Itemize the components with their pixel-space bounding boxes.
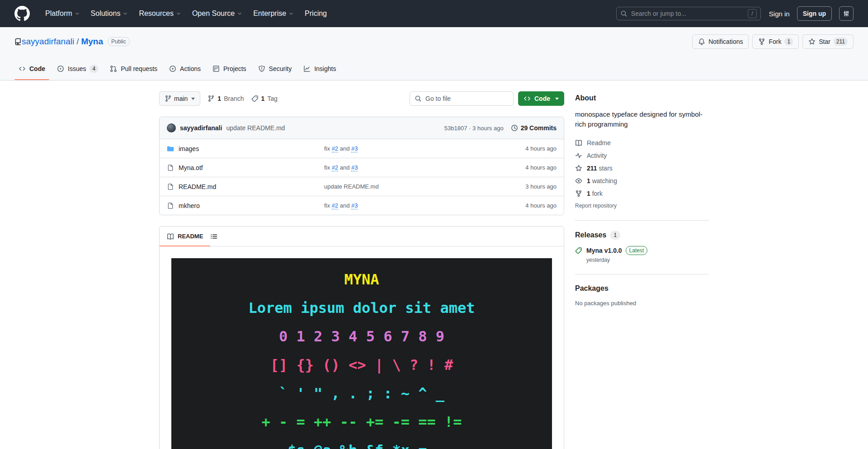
tags-count: 1	[261, 95, 265, 102]
about-meta-watching[interactable]: 1 watching	[575, 175, 709, 187]
tab-code[interactable]: Code	[14, 57, 49, 80]
star-button[interactable]: Star211	[802, 34, 854, 49]
nav-open-source[interactable]: Open Source	[187, 9, 248, 18]
tag-icon	[575, 247, 582, 254]
issue-link[interactable]: #2	[332, 145, 338, 152]
tab-pull-requests[interactable]: Pull requests	[106, 57, 161, 80]
chevron-down-icon	[176, 11, 181, 16]
branches-link[interactable]: 1 Branch	[208, 95, 244, 102]
table-row[interactable]: images fix #2 and #3 4 hours ago	[160, 139, 564, 158]
release-item[interactable]: Myna v1.0.0 Latest yesterday	[575, 246, 709, 263]
breadcrumb-repo-link[interactable]: Myna	[81, 37, 103, 46]
commit-message: fix #2 and #3	[324, 202, 498, 209]
commit-history-link[interactable]: 29 Commits	[511, 124, 557, 132]
star-icon	[575, 165, 582, 172]
commit-author-link[interactable]: sayyadirfanali	[180, 124, 222, 132]
tags-label: Tag	[267, 95, 278, 102]
main-container: main 1 Branch 1 Tag Go to file	[159, 80, 709, 449]
issue-link[interactable]: #2	[332, 164, 338, 171]
branches-label: Branch	[224, 95, 244, 102]
tab-insights[interactable]: Insights	[299, 57, 340, 80]
nav-pricing[interactable]: Pricing	[299, 9, 332, 18]
releases-count-badge: 1	[610, 231, 620, 240]
tab-label: Issues	[68, 65, 86, 72]
repo-tabs: CodeIssues4Pull requestsActionsProjectsS…	[14, 57, 854, 80]
file-name-link[interactable]: README.md	[179, 183, 216, 190]
nav-enterprise[interactable]: Enterprise	[248, 9, 299, 18]
file-rows: images fix #2 and #3 4 hours ago Myna.ot…	[160, 139, 564, 215]
about-meta-activity[interactable]: Activity	[575, 149, 709, 162]
issue-link[interactable]: #3	[351, 145, 358, 152]
hero-line: $s @a %b &f *x =~	[171, 436, 552, 449]
nav-label: Solutions	[91, 9, 121, 18]
search-input[interactable]: Search or jump to... /	[616, 7, 761, 20]
git-branch-icon	[165, 95, 172, 102]
branch-selector-button[interactable]: main	[159, 91, 200, 106]
tab-security[interactable]: Security	[254, 57, 296, 80]
commit-age: 4 hours ago	[498, 145, 557, 152]
nav-solutions[interactable]: Solutions	[85, 9, 134, 18]
table-row[interactable]: README.md update README.md 3 hours ago	[160, 177, 564, 196]
about-meta-list: ReadmeActivity211 stars1 watching1 fork	[575, 137, 709, 200]
releases-section: Releases 1 Myna v1.0.0 Latest yesterday	[575, 220, 709, 263]
repo-header: sayyadirfanali/Myna Public Notifications…	[0, 27, 868, 80]
file-name-link[interactable]: mkhero	[179, 202, 200, 209]
packages-empty-text: No packages published	[575, 300, 709, 307]
about-meta-readme[interactable]: Readme	[575, 137, 709, 149]
appearance-settings-button[interactable]	[839, 6, 854, 21]
hero-line: [] {} () <> | \ ? ! #	[171, 351, 552, 379]
tab-readme[interactable]: README	[160, 227, 210, 246]
code-button-label: Code	[534, 95, 550, 102]
chevron-down-icon	[555, 98, 559, 100]
notifications-button[interactable]: Notifications	[692, 34, 749, 49]
sign-in-link[interactable]: Sign in	[769, 10, 790, 18]
about-heading: About	[575, 94, 709, 102]
issue-link[interactable]: #3	[351, 164, 358, 171]
nav-label: Resources	[139, 9, 173, 18]
code-dropdown-button[interactable]: Code	[518, 91, 564, 106]
commit-message-link[interactable]: update README.md	[226, 124, 285, 132]
sign-up-button[interactable]: Sign up	[797, 6, 832, 21]
tags-link[interactable]: 1 Tag	[251, 95, 278, 102]
search-icon	[415, 95, 422, 102]
site-header: PlatformSolutionsResourcesOpen SourceEnt…	[0, 0, 868, 27]
chevron-down-icon	[75, 11, 80, 16]
release-name[interactable]: Myna v1.0.0	[586, 247, 622, 254]
fork-button[interactable]: Fork1	[752, 34, 799, 49]
releases-title[interactable]: Releases	[575, 231, 606, 239]
github-logo-icon[interactable]	[14, 6, 30, 21]
issue-link[interactable]: #2	[332, 202, 338, 209]
file-icon	[167, 202, 174, 209]
about-meta-fork[interactable]: 1 fork	[575, 187, 709, 200]
table-row[interactable]: mkhero fix #2 and #3 4 hours ago	[160, 196, 564, 215]
releases-heading: Releases 1	[575, 231, 709, 240]
nav-resources[interactable]: Resources	[133, 9, 186, 18]
tab-actions[interactable]: Actions	[165, 57, 205, 80]
go-to-file-input[interactable]: Go to file	[410, 91, 514, 106]
code-icon	[19, 65, 26, 72]
count-badge: 4	[90, 65, 98, 73]
visibility-badge: Public	[108, 37, 130, 46]
nav-platform[interactable]: Platform	[40, 9, 85, 18]
branch-toolbar: main 1 Branch 1 Tag Go to file	[159, 91, 564, 106]
issue-icon	[57, 65, 64, 72]
issue-link[interactable]: #3	[351, 202, 358, 209]
commit-sha-time[interactable]: 53b1807 · 3 hours ago	[444, 125, 504, 132]
primary-nav: PlatformSolutionsResourcesOpen SourceEnt…	[40, 9, 332, 18]
tab-issues[interactable]: Issues4	[53, 57, 102, 80]
report-repository-link[interactable]: Report repository	[575, 203, 617, 209]
commit-count-label: 29 Commits	[521, 124, 557, 132]
tab-projects[interactable]: Projects	[208, 57, 250, 80]
git-branch-icon	[208, 95, 215, 102]
code-column: main 1 Branch 1 Tag Go to file	[159, 91, 564, 449]
file-name-link[interactable]: Myna.otf	[179, 164, 203, 171]
table-row[interactable]: Myna.otf fix #2 and #3 4 hours ago	[160, 158, 564, 177]
file-name-link[interactable]: images	[179, 145, 199, 152]
avatar[interactable]	[167, 123, 176, 132]
commit-message: fix #2 and #3	[324, 164, 498, 171]
tag-icon	[251, 95, 259, 102]
about-meta-stars[interactable]: 211 stars	[575, 162, 709, 175]
breadcrumb-owner-link[interactable]: sayyadirfanali	[22, 37, 74, 46]
pulse-icon	[575, 152, 582, 159]
readme-title: README	[178, 233, 203, 240]
